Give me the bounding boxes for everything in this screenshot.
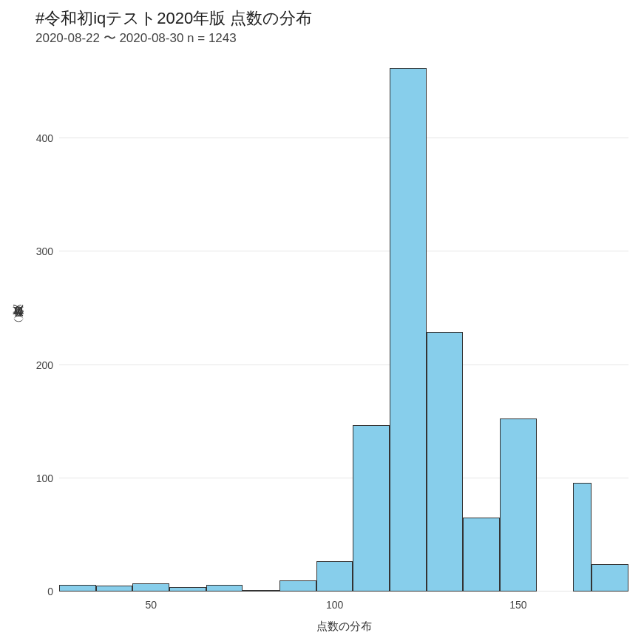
histogram-bar [573,483,592,592]
histogram-bar [592,564,628,592]
histogram-bar [279,580,316,592]
histogram-bar [500,418,537,592]
histogram-bar [206,585,243,592]
bars-layer [59,59,628,592]
histogram-bar [59,585,96,592]
chart-title: #令和初iqテスト2020年版 点数の分布 [35,7,312,30]
histogram-bar [316,561,353,592]
histogram-bar [463,518,500,592]
chart-container: #令和初iqテスト2020年版 点数の分布 2020-08-22 〜 2020-… [0,0,644,644]
y-tick-label: 0 [47,586,53,597]
chart-subtitle: 2020-08-22 〜 2020-08-30 n = 1243 [35,30,237,47]
y-tick-label: 400 [36,132,53,144]
x-axis-label: 点数の分布 [59,620,628,634]
plot-area [59,59,628,592]
histogram-bar [390,68,427,592]
x-axis: 50100150 [59,592,628,621]
histogram-bar [427,332,464,592]
x-tick-label: 150 [509,599,526,611]
x-tick-label: 100 [326,599,343,611]
x-tick-label: 50 [145,599,157,611]
y-axis: 0100200300400 [30,59,59,592]
histogram-bar [96,586,133,592]
histogram-bar [132,583,169,592]
y-tick-label: 200 [36,359,53,371]
histogram-bar [353,425,390,592]
y-tick-label: 300 [36,245,53,257]
y-tick-label: 100 [36,472,53,484]
y-axis-label: 数量（度数） [11,59,25,592]
